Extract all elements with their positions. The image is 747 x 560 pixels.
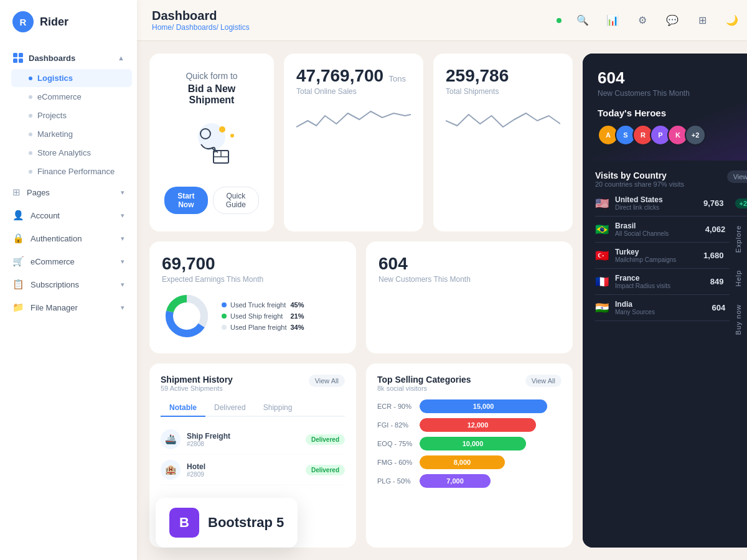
bar-label: PLG - 50% (377, 477, 415, 485)
dashboards-section-header[interactable]: Dashboards ▲ (0, 47, 137, 68)
main-wrapper: Dashboard Home/ Dashboards/ Logistics 🔍 … (137, 0, 747, 560)
shipment-item: 🚢 Ship Freight #2808 Delivered (161, 424, 345, 455)
status-badge: Delivered (306, 465, 345, 475)
content-right-panel: 604 New Customers This Month Today's Her… (583, 54, 747, 548)
legend-dot-ship (222, 314, 227, 319)
categories-view-all[interactable]: View All (525, 375, 561, 387)
country-name: Brasil (615, 222, 699, 230)
sidebar-item-account[interactable]: 👤 Account ▾ (0, 204, 137, 226)
quick-guide-button[interactable]: Quick Guide (213, 187, 259, 214)
nav-item-store-analytics[interactable]: Store Analytics (11, 144, 132, 162)
grid-button[interactable]: ⊞ (692, 11, 712, 30)
country-source: Mailchimp Campaigns (615, 256, 697, 263)
stat-card-shipments: 259,786 Total Shipments (433, 54, 573, 231)
pages-label: Pages (27, 188, 50, 197)
country-source: Many Sources (615, 309, 706, 315)
country-row: 🇮🇳 India Many Sources 604 -8.3% (595, 295, 747, 321)
breadcrumb: Home/ Dashboards/ Logistics (152, 23, 250, 32)
tab-notable[interactable]: Notable (161, 399, 205, 417)
charts-button[interactable]: 📊 (603, 11, 622, 30)
categories-title: Top Selling Categories (377, 375, 471, 385)
nav-item-finance[interactable]: Finance Performance (11, 162, 132, 180)
bar-track: 10,000 (420, 437, 561, 450)
shipment-title: Shipment History (161, 375, 233, 385)
bar-fill: 15,000 (420, 399, 547, 413)
nav-dot (29, 95, 32, 99)
ecommerce-icon: 🛒 (12, 256, 24, 267)
category-bars: ECR - 90% 15,000 FGI - 82% 12,000 EOQ - … (377, 399, 561, 488)
country-visits: 4,062 (705, 225, 726, 234)
bar-track: 15,000 (420, 399, 561, 413)
nav-item-logistics[interactable]: Logistics (11, 69, 132, 87)
donut-chart-container: Used Truck freight 45% Used Ship freight… (162, 291, 344, 341)
shipment-view-all[interactable]: View All (309, 375, 345, 387)
chevron-down-icon: ▾ (121, 212, 125, 220)
file-manager-label: File Manager (31, 303, 78, 312)
header-actions: 🔍 📊 ⚙ 💬 ⊞ 🌙 U (557, 10, 747, 31)
sidebar-item-file-manager[interactable]: 📁 File Manager ▾ (0, 296, 137, 319)
settings-button[interactable]: ⚙ (632, 11, 652, 30)
dashboards-label: Dashboards (29, 54, 75, 63)
promo-illustration (177, 118, 246, 174)
legend-dot-truck (222, 302, 227, 307)
legend-truck: Used Truck freight 45% (222, 301, 304, 309)
chevron-down-icon: ▾ (121, 281, 125, 289)
sidebar-item-authentication[interactable]: 🔒 Authentication ▾ (0, 227, 137, 250)
shipment-item: 🏨 Hotel #2809 Delivered (161, 455, 345, 485)
country-flag: 🇮🇳 (595, 301, 609, 315)
ship-id: #2808 (187, 441, 299, 447)
side-btn-buy[interactable]: Buy now (730, 296, 747, 343)
sidebar-nav: Dashboards ▲ Logistics eCommerce Project… (0, 44, 137, 560)
countries-list: 🇺🇸 United States Direct link clicks 9,76… (595, 190, 747, 321)
bar-label: ECR - 90% (377, 403, 415, 410)
svg-rect-0 (13, 53, 17, 57)
ship-name: Ship Freight (187, 432, 299, 441)
nav-item-ecommerce[interactable]: eCommerce (11, 88, 132, 106)
country-name: Turkey (615, 248, 697, 256)
promo-title: Quick form to (186, 71, 237, 81)
search-button[interactable]: 🔍 (573, 11, 593, 30)
customers-value-dark: 604 (598, 68, 747, 88)
country-visits: 1,680 (703, 251, 724, 260)
side-buttons: Explore Help Buy now (730, 217, 747, 343)
side-btn-help[interactable]: Help (730, 261, 747, 296)
visits-view-all[interactable]: View All (727, 170, 747, 183)
shipments-label: Total Shipments (446, 87, 560, 96)
country-visits: 849 (710, 277, 724, 286)
avatar: +2 (685, 124, 706, 146)
messages-button[interactable]: 💬 (662, 11, 682, 30)
country-name: India (615, 300, 706, 309)
nav-item-marketing[interactable]: Marketing (11, 125, 132, 143)
pages-icon: ⊞ (12, 187, 21, 198)
start-now-button[interactable]: Start Now (164, 187, 208, 214)
theme-button[interactable]: 🌙 (722, 11, 742, 30)
nav-dot (29, 133, 32, 136)
country-visits: 9,763 (703, 198, 724, 208)
chevron-up-icon: ▲ (118, 54, 125, 62)
categories-subtitle: 8k social visitors (377, 385, 471, 392)
side-btn-explore[interactable]: Explore (730, 217, 747, 261)
visits-title: Visits by Country (595, 170, 684, 180)
subscriptions-icon: 📋 (12, 279, 24, 290)
bar-track: 7,000 (420, 474, 561, 488)
sidebar-item-pages[interactable]: ⊞ Pages ▾ (0, 181, 137, 203)
bar-track: 8,000 (420, 455, 561, 469)
bar-track: 12,000 (420, 418, 561, 432)
category-bar-row: EOQ - 75% 10,000 (377, 437, 561, 450)
tab-shipping[interactable]: Shipping (255, 399, 301, 417)
bootstrap-icon: B (169, 508, 199, 538)
visits-subtitle: 20 countries share 97% visits (595, 180, 684, 188)
bar-label: EOQ - 75% (377, 440, 415, 447)
tab-delivered[interactable]: Delivered (205, 399, 255, 417)
auth-label: Authentication (31, 234, 82, 243)
sidebar-item-subscriptions[interactable]: 📋 Subscriptions ▾ (0, 273, 137, 296)
customers-label-dark: New Customers This Month (598, 89, 747, 98)
legend-dot-plane (222, 325, 227, 330)
nav-item-projects[interactable]: Projects (11, 106, 132, 124)
sidebar-item-ecommerce[interactable]: 🛒 eCommerce ▾ (0, 250, 137, 273)
shipment-subtitle: 59 Active Shipments (161, 385, 233, 392)
bar-fill: 12,000 (420, 418, 536, 432)
shipment-tabs: Notable Delivered Shipping (161, 399, 345, 417)
country-flag: 🇧🇷 (595, 223, 609, 236)
customers-card: 604 New Customers This Month (366, 241, 573, 353)
